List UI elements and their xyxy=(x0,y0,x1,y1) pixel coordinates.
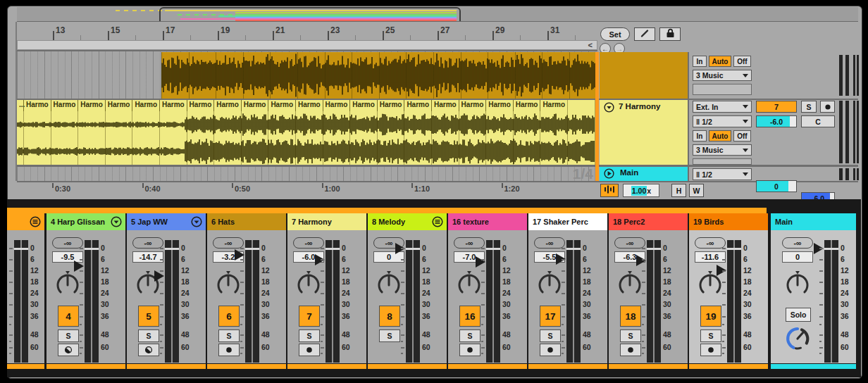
peak-level-field[interactable]: -∞ xyxy=(782,237,813,249)
peak-level-field[interactable]: -∞ xyxy=(614,237,645,249)
track-activator-button[interactable]: 4 xyxy=(58,306,79,327)
music-track-clips[interactable] xyxy=(161,52,595,99)
peak-level-field[interactable]: -∞ xyxy=(52,237,83,249)
mixer-strip-body[interactable]: -∞0Solo0612182430364860 xyxy=(771,230,856,363)
mixer-strip-body[interactable]: -∞-3.26S0612182430364860 xyxy=(207,230,286,363)
track-activator-button[interactable]: 19 xyxy=(700,306,721,327)
track-activator-button[interactable]: 8 xyxy=(379,306,400,327)
fold-track-icon[interactable] xyxy=(111,216,122,227)
clip-name-cell[interactable]: Harmo xyxy=(459,100,489,111)
solo-button[interactable]: S xyxy=(801,101,817,113)
arm-button[interactable] xyxy=(299,344,320,356)
monitor-auto-button[interactable]: Auto xyxy=(709,56,731,67)
mixer-track-header-group[interactable] xyxy=(7,213,44,230)
play-icon[interactable] xyxy=(604,168,614,179)
lock-envelopes-button[interactable] xyxy=(659,27,681,41)
clip-name-cell[interactable]: Harmo xyxy=(268,100,298,111)
pan-knob[interactable] xyxy=(213,271,244,296)
clip-name-cell[interactable]: Harmo xyxy=(540,100,570,111)
clip-name-cell[interactable]: Harmo xyxy=(349,100,380,111)
arm-button[interactable] xyxy=(700,344,721,356)
track-pan-field[interactable]: C xyxy=(801,115,835,127)
set-button[interactable]: Set xyxy=(600,27,630,41)
peak-level-field[interactable]: -∞ xyxy=(132,237,163,249)
peak-level-field[interactable]: -∞ xyxy=(213,237,244,249)
clip-name-cell[interactable]: Harmo xyxy=(295,100,326,111)
clip-name-cell[interactable]: Harmo xyxy=(187,100,217,111)
track-activator-button[interactable]: 16 xyxy=(459,306,480,327)
volume-fader-handle[interactable] xyxy=(476,256,485,268)
track-activator-button[interactable]: 17 xyxy=(540,306,561,327)
mixer-strip-body[interactable]: 0612182430364860 xyxy=(7,230,44,363)
group-track-icon[interactable] xyxy=(30,216,41,227)
clip-name-cell[interactable]: Harmo xyxy=(159,100,190,111)
arrangement-overview[interactable] xyxy=(17,7,858,22)
arm-button[interactable] xyxy=(459,344,480,356)
pan-knob[interactable] xyxy=(454,271,485,296)
monitor-in-button[interactable]: In xyxy=(693,56,707,67)
track-activator-button[interactable]: 18 xyxy=(620,306,641,327)
harmony-clip-name-row[interactable]: ...HarmoHarmoHarmoHarmoHarmoHarmoHarmoHa… xyxy=(17,100,595,111)
track-activator-button[interactable]: 7 xyxy=(299,306,320,327)
mixer-scroll-bar[interactable] xyxy=(7,208,767,213)
arm-button[interactable] xyxy=(540,344,561,356)
mixer-track-header-18-perc2[interactable]: 18 Perc2 xyxy=(609,213,688,230)
main-track-header[interactable]: Main xyxy=(600,167,689,181)
group-track-icon[interactable] xyxy=(432,216,443,227)
bar-ruler[interactable]: 13151719212325272931 xyxy=(17,22,597,40)
cue-volume-knob[interactable] xyxy=(782,323,813,354)
volume-field[interactable]: 0 xyxy=(782,251,813,263)
mixer-track-header-5-jap-ww[interactable]: 5 Jap WW xyxy=(127,213,206,230)
pan-knob[interactable] xyxy=(534,271,565,296)
height-zoom-button[interactable]: H xyxy=(671,184,686,197)
track-activator-button[interactable]: 5 xyxy=(138,306,159,327)
audio-to-chooser[interactable]: 3 Music xyxy=(693,144,752,156)
mixer-track-header-8-melody[interactable]: 8 Melody xyxy=(368,213,447,230)
solo-button[interactable]: S xyxy=(138,329,159,342)
clip-name-cell[interactable]: Harmo xyxy=(485,100,516,111)
volume-fader-handle[interactable] xyxy=(154,270,164,282)
pan-knob[interactable] xyxy=(52,271,83,296)
mixer-track-header-17-shaker-perc[interactable]: 17 Shaker Perc xyxy=(528,213,607,230)
pan-knob[interactable] xyxy=(373,271,404,296)
arm-button[interactable] xyxy=(620,344,641,356)
solo-button[interactable]: Solo xyxy=(786,308,811,322)
pan-knob[interactable] xyxy=(293,271,324,296)
clip-name-cell[interactable]: Harmo xyxy=(105,100,135,111)
clip-name-cell[interactable]: Harmo xyxy=(323,100,353,111)
clip-name-cell[interactable]: Harmo xyxy=(23,100,54,111)
peak-level-field[interactable]: -∞ xyxy=(293,237,324,249)
draw-mode-button[interactable] xyxy=(634,27,655,41)
fold-track-icon[interactable] xyxy=(191,216,202,227)
harmony-track-header[interactable]: 7 Harmony xyxy=(600,100,689,165)
pan-knob[interactable] xyxy=(782,271,813,296)
peak-level-field[interactable]: -∞ xyxy=(695,237,726,249)
volume-field[interactable]: -14.7 xyxy=(132,251,163,263)
monitor-in-button[interactable]: In xyxy=(693,130,707,142)
harmony-clip-waveform-right[interactable] xyxy=(17,138,595,165)
solo-button[interactable]: S xyxy=(540,329,561,342)
playback-speed-field[interactable]: 1.00x xyxy=(623,184,659,197)
track-activator-button[interactable]: 6 xyxy=(218,306,240,327)
solo-button[interactable]: S xyxy=(379,329,400,342)
solo-button[interactable]: S xyxy=(299,329,320,342)
main-volume-field[interactable]: 0 xyxy=(756,180,797,192)
mixer-track-header-6-hats[interactable]: 6 Hats xyxy=(207,213,286,230)
mixer-strip-body[interactable]: -∞-11.619S0612182430364860 xyxy=(689,230,768,363)
follow-button[interactable] xyxy=(600,184,619,197)
mixer-strip-body[interactable]: -∞-6.318S0612182430364860 xyxy=(609,230,688,363)
time-ruler[interactable]: 0:300:400:501:001:101:20 xyxy=(17,182,597,198)
output-channel-chooser-empty[interactable] xyxy=(693,158,752,165)
monitor-auto-button[interactable]: Auto xyxy=(709,130,731,142)
audio-to-chooser[interactable]: 3 Music xyxy=(693,70,752,81)
clip-name-cell[interactable]: Harmo xyxy=(404,100,434,111)
clip-name-cell[interactable]: Harmo xyxy=(132,100,162,111)
mixer-track-header-7-harmony[interactable]: 7 Harmony xyxy=(287,213,366,230)
main-output-channel-chooser[interactable]: ‖ 1/2 xyxy=(693,168,752,180)
mixer-track-header-4-harp-glissan[interactable]: 4 Harp Glissan xyxy=(46,213,125,230)
harmony-clip-waveform-left[interactable] xyxy=(17,111,595,138)
arm-button[interactable] xyxy=(218,344,240,356)
input-channel-chooser[interactable]: ‖ 1/2 xyxy=(693,115,752,127)
input-type-chooser[interactable]: Ext. In xyxy=(693,101,752,113)
mixer-track-header-16-texture[interactable]: 16 texture xyxy=(448,213,527,230)
